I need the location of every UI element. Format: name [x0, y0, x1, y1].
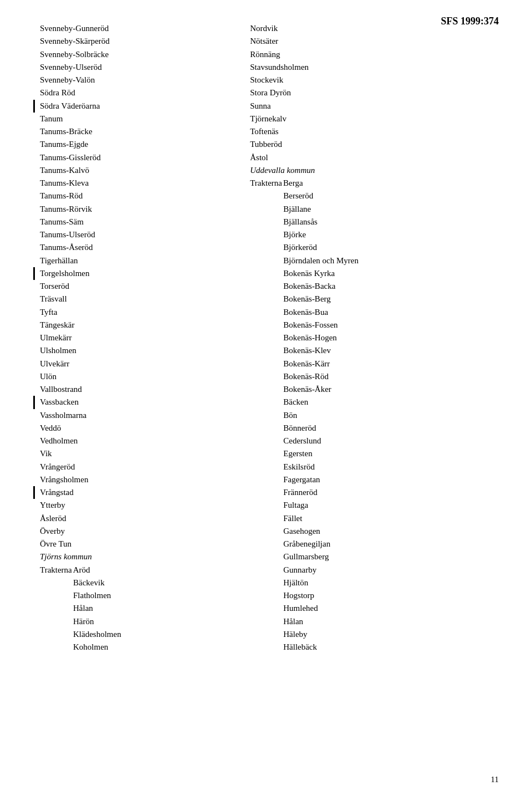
berga-item: Fränneröd — [283, 486, 499, 499]
left-item: Torseröd — [40, 280, 228, 293]
tjorns-item: Hålan — [73, 602, 228, 615]
uddevalla-kommun-label: Uddevalla kommun — [250, 164, 499, 177]
left-item: Vrångsholmen — [40, 473, 228, 486]
left-item: Tanums-Bräcke — [40, 125, 228, 138]
left-item: Vassholmarna — [40, 409, 228, 422]
left-item: Tanums-Rörvik — [40, 203, 228, 216]
berga-item: Cederslund — [283, 435, 499, 447]
tjorns-item: Klädesholmen — [73, 628, 228, 641]
berga-item: Egersten — [283, 447, 499, 460]
left-item: Södra Röd — [40, 86, 228, 99]
right-top-item: Nötsäter — [250, 35, 499, 48]
berga-item: Bokenäs-Klev — [283, 344, 499, 357]
berga-item: Bjällane — [283, 203, 499, 216]
left-item: Vedholmen — [40, 435, 228, 447]
left-item: Ulön — [40, 370, 228, 383]
berga-item: Gullmarsberg — [283, 550, 499, 563]
berga-item: Bokenäs-Hogen — [283, 331, 499, 344]
left-item: Ulmekärr — [40, 331, 228, 344]
right-berga-items: BerserödBjällaneBjällansåsBjörkeBjörkerö… — [250, 190, 499, 654]
berga-item: Gasehogen — [283, 525, 499, 538]
right-top-item: Tubberöd — [250, 138, 499, 151]
berga-item: Bokenäs-Bua — [283, 306, 499, 319]
left-item: Ytterby — [40, 499, 228, 512]
page-number: 11 — [491, 775, 499, 784]
uddevalla-trakterna-label: Trakterna — [250, 177, 282, 190]
berga-item: Bön — [283, 409, 499, 422]
bar-marker-2 — [33, 267, 35, 280]
tjorns-items-container: BäckevikFlatholmenHålanHärönKlädesholmen… — [40, 576, 228, 654]
berga-item: Bönneröd — [283, 422, 499, 435]
berga-item: Björke — [283, 228, 499, 241]
left-item: Träsvall — [40, 293, 228, 305]
left-item: Tanums-Ulseröd — [40, 228, 228, 241]
left-items-container: Svenneby-GunnerödSvenneby-SkärperödSvenn… — [33, 22, 228, 550]
right-top-items: NordvikNötsäterRönnängStavsundsholmenSto… — [250, 22, 499, 164]
right-top-item: Stora Dyrön — [250, 86, 499, 99]
left-item: Tängeskär — [40, 319, 228, 331]
berga-item: Humlehed — [283, 602, 499, 615]
berga-item: Bokenäs-Backa — [283, 280, 499, 293]
tjorns-item: Bäckevik — [73, 576, 228, 589]
berga-item: Eskilsröd — [283, 461, 499, 473]
tjorns-item: Koholmen — [73, 641, 228, 654]
left-item: Tanums-Kalvö — [40, 164, 228, 177]
right-top-item: Sunna — [250, 100, 499, 113]
left-item: Svenneby-Solbräcke — [40, 48, 228, 61]
berga-item: Bjällansås — [283, 216, 499, 228]
left-item: Tigerhällan — [40, 254, 228, 267]
berga-item: Bokenäs-Berg — [283, 293, 499, 305]
columns-container: Svenneby-GunnerödSvenneby-SkärperödSvenn… — [33, 22, 499, 654]
berga-item: Fagergatan — [283, 473, 499, 486]
berga-item: Björndalen och Myren — [283, 254, 499, 267]
berga-item: Bokenäs-Kärr — [283, 358, 499, 370]
right-top-item: Toftenäs — [250, 125, 499, 138]
left-item: Tyfta — [40, 306, 228, 319]
left-item: Vrångeröd — [40, 461, 228, 473]
left-item: Svenneby-Gunneröd — [40, 22, 228, 35]
berga-item: Björkeröd — [283, 241, 499, 254]
left-item: Ulvekärr — [40, 358, 228, 370]
berga-item: Gråbenegiljan — [283, 538, 499, 550]
tjorns-trakterna-first: Aröd — [73, 564, 90, 576]
left-item: Svenneby-Skärperöd — [40, 35, 228, 48]
bar-marker-3 — [33, 396, 35, 409]
right-top-item: Stavsundsholmen — [250, 61, 499, 74]
left-item: Veddö — [40, 422, 228, 435]
left-item: Vassbacken — [40, 396, 228, 409]
left-item: Svenneby-Valön — [40, 74, 228, 86]
left-item: Tanums-Kleva — [40, 177, 228, 190]
bar-marker-4 — [33, 486, 35, 499]
right-top-item: Tjörnekalv — [250, 113, 499, 125]
left-item: Tanum — [40, 113, 228, 125]
tjorns-section: Tjörns kommun TrakternaAröd BäckevikFlat… — [33, 550, 228, 654]
right-top-item: Nordvik — [250, 22, 499, 35]
left-item: Överby — [40, 525, 228, 538]
berga-item: Bokenäs Kyrka — [283, 267, 499, 280]
berga-item: Fället — [283, 512, 499, 525]
berga-item: Bokenäs-Åker — [283, 383, 499, 396]
berga-item: Berseröd — [283, 190, 499, 202]
right-top-item: Stockevik — [250, 74, 499, 86]
left-item: Övre Tun — [40, 538, 228, 550]
right-column: NordvikNötsäterRönnängStavsundsholmenSto… — [239, 22, 499, 654]
left-item: Torgelsholmen — [40, 267, 228, 280]
right-top-item: Åstol — [250, 151, 499, 164]
berga-item: Fultaga — [283, 499, 499, 512]
left-item: Vrångstad — [40, 486, 228, 499]
left-item: Ulsholmen — [40, 344, 228, 357]
tjorns-trakterna-row: TrakternaAröd — [40, 564, 228, 576]
berga-item: Bokenäs-Röd — [283, 370, 499, 383]
left-item: Tanums-Åseröd — [40, 241, 228, 254]
left-item: Åsleröd — [40, 512, 228, 525]
page: SFS 1999:374 Svenneby-GunnerödSvenneby-S… — [0, 0, 532, 801]
berga-item: Gunnarby — [283, 564, 499, 576]
tjorns-trakterna-label: Trakterna — [40, 564, 72, 576]
uddevalla-trakterna-row: TrakternaBerga — [250, 177, 499, 190]
berga-item: Bokenäs-Fossen — [283, 319, 499, 331]
berga-item: Hällebäck — [283, 641, 499, 654]
uddevalla-berga-label: Berga — [283, 177, 303, 190]
bar-marker-1 — [33, 100, 35, 113]
berga-item: Hålan — [283, 615, 499, 628]
left-item: Vallbostrand — [40, 383, 228, 396]
